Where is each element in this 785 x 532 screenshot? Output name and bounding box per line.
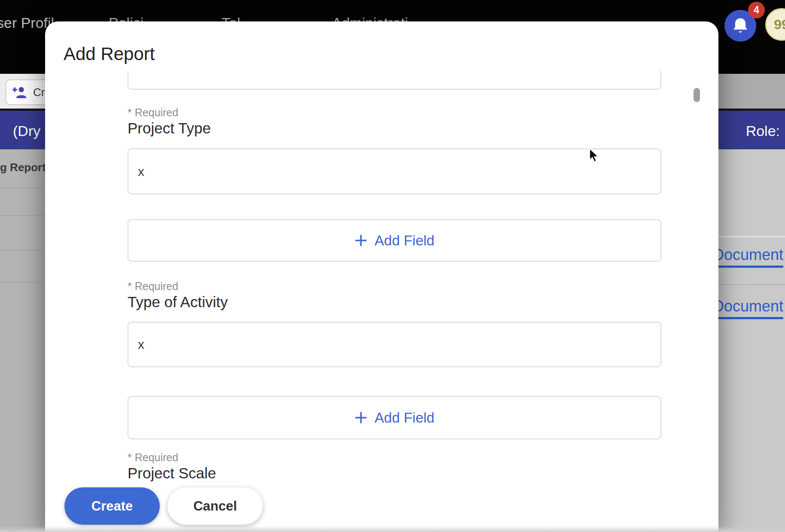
field-label-type-of-activity: Type of Activity <box>128 293 661 311</box>
project-type-input[interactable]: x <box>128 148 661 194</box>
add-field-label: Add Field <box>374 410 434 426</box>
table-divider <box>0 282 47 283</box>
modal-scrollbar-thumb[interactable] <box>694 88 700 102</box>
add-field-button-1[interactable]: Add Field <box>128 219 661 262</box>
add-field-label: Add Field <box>374 233 434 249</box>
reports-section-label: g Reports <box>0 161 52 174</box>
role-label: Role: <box>746 123 780 139</box>
add-report-modal: Add Report * Required Project Type x Add… <box>45 21 718 532</box>
table-divider <box>716 284 785 285</box>
document-link-1[interactable]: Document <box>713 246 783 268</box>
field-label-project-type: Project Type <box>128 120 661 137</box>
document-link-2[interactable]: Document <box>713 297 783 319</box>
required-label-project-scale: * Required <box>128 451 661 464</box>
create-button[interactable]: Create <box>64 487 160 525</box>
bell-icon <box>731 17 749 35</box>
user-avatar[interactable]: 99 <box>765 8 785 41</box>
plus-icon <box>354 411 368 424</box>
table-divider <box>0 250 47 250</box>
add-field-button-2[interactable]: Add Field <box>128 396 661 439</box>
required-label-type-of-activity: * Required <box>128 280 661 293</box>
project-type-value: x <box>138 164 144 179</box>
cancel-button[interactable]: Cancel <box>167 487 263 525</box>
project-name-text: (Dry <box>13 123 40 139</box>
toolbar-background-right <box>716 74 785 110</box>
notification-count: 4 <box>754 4 759 16</box>
modal-title: Add Report <box>64 44 155 64</box>
modal-footer: Create Cancel <box>45 489 718 532</box>
notification-count-badge: 4 <box>748 2 765 18</box>
type-of-activity-value: x <box>138 337 144 352</box>
bottom-edge-shade <box>0 526 785 532</box>
field-label-project-scale: Project Scale <box>128 465 661 482</box>
table-divider <box>0 188 47 188</box>
scrolled-input-clip <box>128 71 661 91</box>
required-label-project-type: * Required <box>128 106 661 119</box>
person-add-icon <box>12 85 29 99</box>
page-background-left: g Reports <box>0 149 47 532</box>
scrolled-input[interactable] <box>128 71 661 90</box>
screen: ser Profil Polici Tel Administrati 4 99 … <box>0 0 785 532</box>
table-divider <box>716 236 785 237</box>
table-divider <box>0 215 47 216</box>
page-background-right: Document Document <box>716 149 785 532</box>
plus-icon <box>354 234 368 247</box>
avatar-text: 99 <box>774 17 785 33</box>
type-of-activity-input[interactable]: x <box>128 322 661 367</box>
